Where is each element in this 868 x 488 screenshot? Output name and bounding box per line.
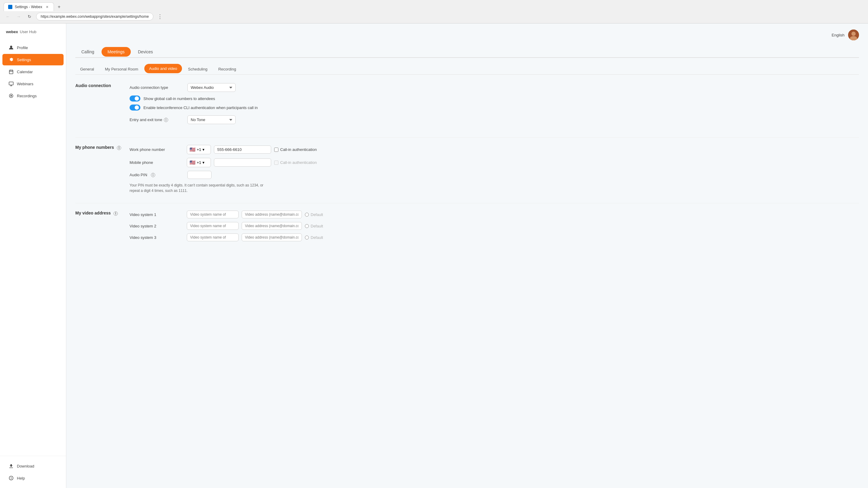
- tab-my-personal-room[interactable]: My Personal Room: [100, 64, 143, 74]
- help-icon: ?: [8, 475, 14, 481]
- pin-info-icon[interactable]: ℹ: [151, 173, 155, 177]
- primary-tabs: Calling Meetings Devices: [75, 47, 859, 58]
- toggle-cli-auth-switch[interactable]: [129, 104, 141, 111]
- browser-chrome: Settings - Webex ✕ + ← → ↻ https://examp…: [0, 0, 868, 24]
- section-content-col: Audio connection type Webex Audio VoIP O…: [129, 83, 859, 128]
- video-system-3-email-input[interactable]: [242, 234, 302, 241]
- browser-menu-button[interactable]: ⋮: [156, 12, 164, 21]
- video-system-2-email-input[interactable]: [242, 222, 302, 230]
- refresh-button[interactable]: ↻: [25, 12, 34, 21]
- tab-calling[interactable]: Calling: [75, 47, 100, 57]
- address-bar-row: ← → ↻ https://example.webex.com/webappng…: [4, 12, 164, 21]
- language-selector[interactable]: English: [832, 33, 844, 37]
- video-system-3-radio[interactable]: [305, 236, 309, 240]
- main-content: English Calling Meetings Devices General…: [66, 24, 868, 488]
- toggle-global-callin: Show global call-in numbers to attendees: [129, 95, 859, 101]
- brand-logo: webex: [6, 30, 18, 34]
- mobile-callin-auth: Call-in authentication: [274, 160, 317, 165]
- mobile-country-select[interactable]: 🇺🇸 +1 ▾: [187, 158, 211, 167]
- address-bar[interactable]: https://example.webex.com/webappng/sites…: [36, 13, 153, 21]
- connection-type-label: Audio connection type: [129, 85, 184, 90]
- gear-icon: [8, 57, 14, 62]
- entry-tone-row: Entry and exit tone ℹ No Tone Beep Annou…: [129, 115, 859, 124]
- mobile-phone-input[interactable]: [214, 158, 271, 166]
- work-country-select[interactable]: 🇺🇸 +1 ▾: [187, 145, 211, 154]
- phone-numbers-section: My phone numbers ℹ Work phone number 🇺🇸 …: [75, 145, 859, 193]
- tab-favicon: [8, 5, 12, 9]
- video-system-1-radio[interactable]: [305, 213, 309, 217]
- tab-meetings[interactable]: Meetings: [101, 47, 131, 57]
- tab-audio-and-video[interactable]: Audio and video: [144, 64, 182, 73]
- audio-pin-input[interactable]: [187, 171, 212, 179]
- page-header: English: [75, 30, 859, 40]
- sidebar-item-help[interactable]: ? Help: [2, 472, 64, 484]
- video-system-3-default-label: Default: [311, 235, 323, 240]
- svg-point-14: [851, 32, 856, 36]
- video-system-3-name-input[interactable]: [187, 234, 239, 241]
- work-flag: 🇺🇸: [189, 147, 195, 152]
- phone-numbers-row: My phone numbers ℹ Work phone number 🇺🇸 …: [75, 145, 859, 193]
- sidebar-item-calendar[interactable]: Calendar: [2, 66, 64, 78]
- work-phone-label: Work phone number: [129, 147, 184, 152]
- video-system-3-label: Video system 3: [129, 235, 184, 240]
- forward-button[interactable]: →: [14, 12, 23, 21]
- browser-tabs: Settings - Webex ✕ +: [4, 2, 164, 11]
- sidebar-item-settings[interactable]: Settings: [2, 54, 64, 65]
- video-system-3-row: Video system 3 Default: [129, 234, 859, 241]
- video-system-2-row: Video system 2 Default: [129, 222, 859, 230]
- work-country-code: +1: [197, 147, 201, 152]
- video-system-3-default: Default: [305, 235, 323, 240]
- work-phone-input[interactable]: [214, 146, 271, 154]
- sidebar-bottom: Download ? Help: [0, 456, 66, 484]
- sidebar-item-profile[interactable]: Profile: [2, 42, 64, 53]
- section-label-col: Audio connection: [75, 83, 124, 128]
- avatar[interactable]: [848, 30, 859, 40]
- mobile-callin-label: Call-in authentication: [280, 160, 317, 165]
- video-system-2-radio[interactable]: [305, 224, 309, 228]
- sidebar-item-download[interactable]: Download: [2, 460, 64, 472]
- sidebar-item-profile-label: Profile: [17, 45, 28, 50]
- tab-general[interactable]: General: [75, 64, 99, 74]
- connection-type-select[interactable]: Webex Audio VoIP Only Other: [187, 83, 236, 92]
- svg-point-0: [10, 46, 12, 48]
- tone-info-icon[interactable]: ℹ: [164, 118, 168, 122]
- video-info-icon[interactable]: ℹ: [114, 211, 118, 216]
- work-callin-checkbox[interactable]: [274, 148, 278, 152]
- work-callin-label: Call-in authentication: [280, 147, 317, 152]
- toggle-global-callin-switch[interactable]: [129, 95, 141, 101]
- audio-pin-row: Audio PIN ℹ: [129, 171, 859, 179]
- video-system-1-default: Default: [305, 212, 323, 217]
- pin-hint-text: Your PIN must be exactly 4 digits. It ca…: [129, 183, 268, 193]
- video-system-2-default-label: Default: [311, 224, 323, 228]
- mobile-country-code: +1: [197, 160, 201, 165]
- entry-tone-select[interactable]: No Tone Beep Announce Name: [187, 115, 236, 124]
- tab-scheduling[interactable]: Scheduling: [183, 64, 212, 74]
- mobile-callin-checkbox[interactable]: [274, 160, 278, 165]
- new-tab-button[interactable]: +: [55, 3, 63, 11]
- secondary-tabs: General My Personal Room Audio and video…: [75, 64, 859, 75]
- entry-tone-label: Entry and exit tone ℹ: [129, 118, 184, 122]
- svg-point-9: [10, 95, 12, 97]
- phone-info-icon[interactable]: ℹ: [117, 146, 121, 150]
- sidebar-item-webinars[interactable]: Webinars: [2, 78, 64, 89]
- tab-close-button[interactable]: ✕: [44, 4, 50, 9]
- sidebar-item-settings-label: Settings: [17, 58, 31, 62]
- sidebar-item-recordings[interactable]: Recordings: [2, 90, 64, 101]
- work-country-chevron: ▾: [203, 147, 205, 152]
- video-system-1-name-input[interactable]: [187, 211, 239, 218]
- tab-recording[interactable]: Recording: [213, 64, 241, 74]
- audio-connection-section: Audio connection Audio connection type W…: [75, 83, 859, 128]
- tab-devices[interactable]: Devices: [132, 47, 159, 57]
- video-system-2-name-input[interactable]: [187, 222, 239, 230]
- video-system-1-label: Video system 1: [129, 212, 184, 217]
- active-tab[interactable]: Settings - Webex ✕: [4, 2, 54, 11]
- back-button[interactable]: ←: [4, 12, 12, 21]
- video-system-1-email-input[interactable]: [242, 211, 302, 218]
- brand: webex User Hub: [0, 30, 66, 41]
- video-address-title: My video address ℹ: [75, 211, 124, 216]
- svg-rect-5: [9, 82, 13, 85]
- mobile-phone-label: Mobile phone: [129, 160, 184, 165]
- brand-subtitle: User Hub: [20, 30, 36, 34]
- sidebar-item-help-label: Help: [17, 476, 25, 481]
- toggle-cli-auth-label: Enable teleconference CLI authentication…: [144, 105, 257, 110]
